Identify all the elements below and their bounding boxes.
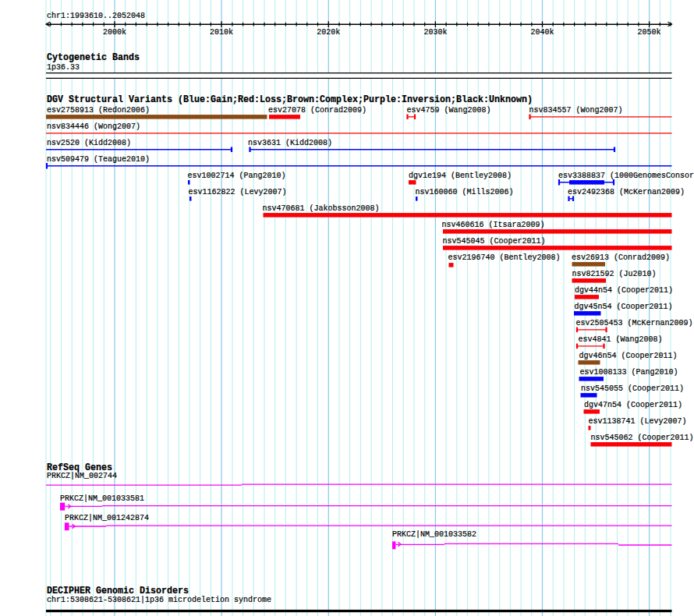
svg-text:dgv46n54 (Cooper2011): dgv46n54 (Cooper2011) (579, 351, 678, 360)
svg-text:esv27078 (Conrad2009): esv27078 (Conrad2009) (268, 105, 366, 115)
svg-text:DGV Structural Variants (Blue:: DGV Structural Variants (Blue:Gain;Red:L… (47, 94, 533, 105)
svg-text:nsv470681 (Jakobsson2008): nsv470681 (Jakobsson2008) (263, 204, 380, 213)
svg-text:Cytogenetic Bands: Cytogenetic Bands (47, 52, 140, 63)
svg-text:esv3388837 (1000GenomesConsor: esv3388837 (1000GenomesConsor (558, 171, 694, 180)
svg-text:PRKCZ|NM_001242874: PRKCZ|NM_001242874 (65, 513, 149, 522)
svg-text:dgv47n54 (Cooper2011): dgv47n54 (Cooper2011) (584, 400, 682, 409)
svg-text:nsv160060 (Mills2006): nsv160060 (Mills2006) (416, 187, 514, 196)
svg-text:PRKCZ|NM_001033582: PRKCZ|NM_001033582 (392, 529, 476, 539)
svg-text:nsv821592 (Ju2010): nsv821592 (Ju2010) (572, 269, 657, 278)
svg-text:esv26913 (Conrad2009): esv26913 (Conrad2009) (572, 253, 670, 262)
svg-text:PRKCZ|NM_001033581: PRKCZ|NM_001033581 (60, 494, 144, 503)
svg-text:nsv545055 (Cooper2011): nsv545055 (Cooper2011) (581, 384, 684, 393)
svg-text:nsv509479 (Teague2010): nsv509479 (Teague2010) (47, 154, 150, 164)
svg-text:2020k: 2020k (317, 27, 340, 37)
svg-text:esv2492368 (McKernan2009): esv2492368 (McKernan2009) (568, 187, 685, 196)
svg-text:esv1002714 (Pang2010): esv1002714 (Pang2010) (188, 171, 286, 180)
svg-text:esv2505453 (McKernan2009): esv2505453 (McKernan2009) (576, 318, 693, 327)
svg-text:nsv460616 (Itsara2009): nsv460616 (Itsara2009) (442, 220, 545, 229)
svg-text:esv2758913 (Redon2006): esv2758913 (Redon2006) (47, 105, 150, 115)
svg-text:dgv45n54 (Cooper2011): dgv45n54 (Cooper2011) (575, 302, 673, 311)
svg-text:nsv834446 (Wong2007): nsv834446 (Wong2007) (47, 122, 140, 131)
svg-text:esv1138741 (Levy2007): esv1138741 (Levy2007) (589, 416, 687, 426)
svg-text:nsv3631 (Kidd2008): nsv3631 (Kidd2008) (248, 138, 332, 147)
svg-text:dgv44n54 (Cooper2011): dgv44n54 (Cooper2011) (575, 285, 673, 295)
svg-text:esv1162822 (Levy2007): esv1162822 (Levy2007) (189, 187, 287, 196)
svg-text:dgv1e194 (Bentley2008): dgv1e194 (Bentley2008) (409, 171, 512, 180)
svg-text:PRKCZ|NM_002744: PRKCZ|NM_002744 (47, 471, 117, 480)
svg-text:nsv2520 (Kidd2008): nsv2520 (Kidd2008) (47, 138, 131, 147)
svg-text:nsv545045 (Cooper2011): nsv545045 (Cooper2011) (443, 236, 546, 246)
svg-text:esv2196740 (Bentley2008): esv2196740 (Bentley2008) (448, 253, 561, 262)
svg-text:esv1008133 (Pang2010): esv1008133 (Pang2010) (580, 367, 678, 377)
svg-text:chr1:1993610..2052048: chr1:1993610..2052048 (47, 11, 145, 20)
svg-text:1p36.33: 1p36.33 (47, 62, 80, 72)
svg-text:2010k: 2010k (210, 27, 233, 37)
svg-text:chr1:5308621-5308621|1p36 micr: chr1:5308621-5308621|1p36 microdeletion … (47, 595, 271, 604)
svg-text:2030k: 2030k (423, 27, 447, 37)
svg-text:2000k: 2000k (103, 27, 126, 37)
svg-text:esv4841 (Wang2008): esv4841 (Wang2008) (579, 335, 663, 344)
svg-text:esv4759 (Wang2008): esv4759 (Wang2008) (407, 105, 491, 115)
svg-text:2050k: 2050k (638, 27, 661, 37)
svg-text:2040k: 2040k (531, 27, 554, 37)
svg-text:nsv834557 (Wong2007): nsv834557 (Wong2007) (529, 105, 623, 115)
svg-text:nsv545062 (Cooper2011): nsv545062 (Cooper2011) (591, 433, 694, 442)
